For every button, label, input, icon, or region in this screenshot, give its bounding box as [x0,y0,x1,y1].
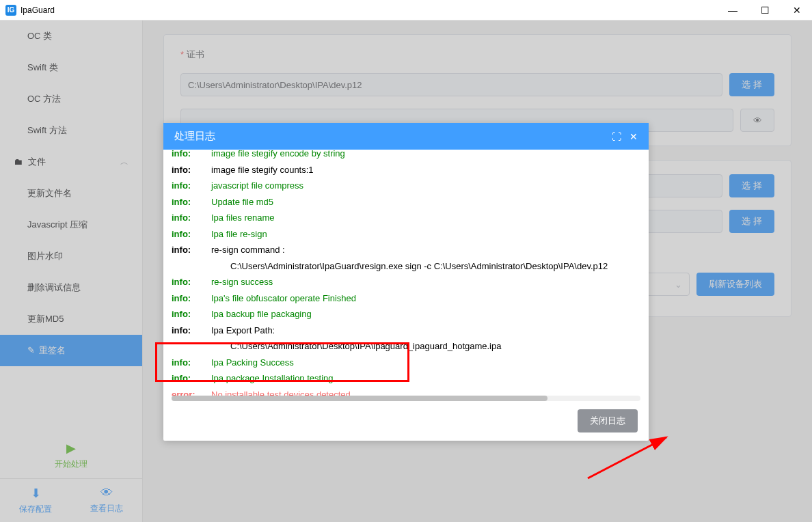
log-line: info:Ipa backup file packaging [172,306,640,322]
minimize-button[interactable]: — [722,5,743,16]
log-level: info: [172,211,211,225]
log-line: C:\Users\Administrator\IpaGuard\resign.e… [172,258,640,275]
app-title: IpaGuard [21,5,722,15]
modal-close-icon[interactable]: ✕ [630,131,638,142]
log-message: C:\Users\Administrator\Desktop\IPA\ipagu… [211,340,640,353]
log-line: error:No installable test devices detect… [172,387,640,396]
log-level: info: [172,307,211,321]
log-line: info:image file stegify encode by string [172,150,640,162]
maximize-button[interactable]: ☐ [755,5,775,16]
log-level: info: [172,150,211,161]
log-level: info: [172,163,211,177]
log-level: info: [172,195,211,209]
log-level: info: [172,275,211,289]
log-level [172,340,211,353]
log-message: Ipa backup file packaging [211,307,640,321]
scrollbar-thumb[interactable] [172,396,547,401]
titlebar: IG IpaGuard — ☐ ✕ [0,0,812,20]
log-level: error: [172,388,211,396]
modal-overlay: 处理日志 ⛶ ✕ info:image file stegify encode … [0,20,812,522]
log-message: C:\Users\Administrator\IpaGuard\resign.e… [211,260,640,273]
fullscreen-icon[interactable]: ⛶ [612,131,621,142]
log-message: re-sign command : [211,243,640,257]
log-line: info:Ipa's file obfuscator operate Finis… [172,290,640,307]
log-line: info:re-sign success [172,274,640,290]
log-message: Ipa files rename [211,211,640,225]
log-line: info:Ipa package Installation testing [172,370,640,387]
log-message: image file stegify counts:1 [211,163,640,177]
log-message: Ipa package Installation testing [211,372,640,385]
log-line: info:Ipa Export Path: [172,322,640,339]
log-line: info:Update file md5 [172,194,640,210]
log-message: Ipa file re-sign [211,228,640,241]
app-icon: IG [5,5,16,16]
log-level: info: [172,243,211,257]
log-line: info:javascript file compress [172,178,640,194]
log-level: info: [172,179,211,193]
modal-title: 处理日志 [174,130,215,143]
horizontal-scrollbar[interactable] [172,396,640,401]
modal-body[interactable]: info:image file stegify encode by string… [163,150,649,396]
log-message: Ipa Export Path: [211,324,640,338]
log-line: info:image file stegify counts:1 [172,162,640,178]
log-level: info: [172,228,211,241]
log-line: C:\Users\Administrator\Desktop\IPA\ipagu… [172,338,640,355]
log-line: info:Ipa files rename [172,210,640,226]
log-message: No installable test devices detected [211,388,640,396]
log-line: info:Ipa file re-sign [172,226,640,243]
log-message: Ipa's file obfuscator operate Finished [211,292,640,305]
log-message: image file stegify encode by string [211,150,640,161]
log-level: info: [172,356,211,370]
log-message: javascript file compress [211,179,640,193]
log-level [172,260,211,273]
log-modal: 处理日志 ⛶ ✕ info:image file stegify encode … [163,123,649,441]
close-log-button[interactable]: 关闭日志 [578,409,638,432]
log-message: re-sign success [211,275,640,289]
modal-header: 处理日志 ⛶ ✕ [163,123,649,150]
log-level: info: [172,292,211,305]
close-button[interactable]: ✕ [787,5,807,16]
log-line: info:Ipa Packing Success [172,355,640,371]
log-message: Ipa Packing Success [211,356,640,370]
log-line: info:re-sign command : [172,242,640,258]
log-message: Update file md5 [211,195,640,209]
log-level: info: [172,372,211,385]
log-level: info: [172,324,211,338]
